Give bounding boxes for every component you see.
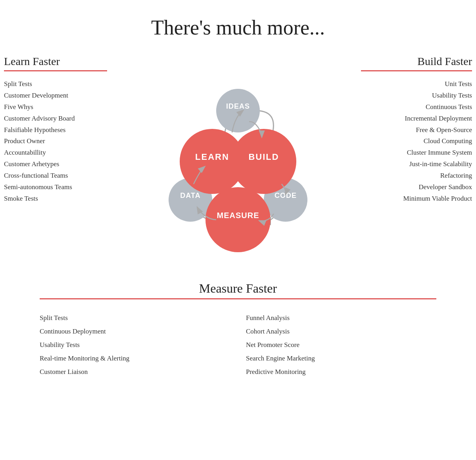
page-title: There's much more... — [0, 0, 476, 47]
list-item: Unit Tests — [361, 79, 472, 90]
list-item: Free & Open-Source — [361, 125, 472, 136]
list-item: Split Tests — [40, 311, 230, 325]
list-item: Funnel Analysis — [246, 311, 436, 325]
list-item: Customer Development — [4, 90, 107, 102]
list-item: Five Whys — [4, 102, 107, 113]
list-item: Cohort Analysis — [246, 325, 436, 338]
learn-faster-divider — [4, 70, 107, 71]
ideas-label: IDEAS — [226, 102, 250, 110]
list-item: Semi-autonomous Teams — [4, 182, 107, 193]
list-item: Cloud Computing — [361, 136, 472, 147]
list-item: Net Promoter Score — [246, 338, 436, 352]
measure-col2: Funnel AnalysisCohort AnalysisNet Promot… — [246, 311, 436, 379]
diagram-area: Learn Faster Split TestsCustomer Develop… — [0, 47, 476, 277]
list-item: Continuous Deployment — [40, 325, 230, 338]
list-item: Customer Arhetypes — [4, 159, 107, 170]
list-item: Usability Tests — [361, 90, 472, 102]
list-item: Just-in-time Scalability — [361, 159, 472, 170]
measure-faster-title: Measure Faster — [40, 281, 436, 296]
cycle-svg: IDEAS CODE DATA LEARN BUILD MEASURE — [139, 63, 337, 261]
build-faster-column: Build Faster Unit TestsUsability TestsCo… — [361, 47, 472, 205]
list-item: Developer Sandbox — [361, 182, 472, 193]
list-item: Incremental Deployment — [361, 113, 472, 125]
build-faster-title: Build Faster — [361, 55, 472, 68]
learn-faster-title: Learn Faster — [4, 55, 107, 68]
measure-faster-divider — [40, 298, 436, 299]
ideas-node — [216, 89, 260, 132]
learn-faster-column: Learn Faster Split TestsCustomer Develop… — [4, 47, 107, 205]
list-item: Predictive Monitoring — [246, 365, 436, 379]
learn-faster-items: Split TestsCustomer DevelopmentFive Whys… — [4, 79, 107, 205]
list-item: Cross-functional Teams — [4, 170, 107, 182]
measure-faster-columns: Split TestsContinuous DeploymentUsabilit… — [40, 311, 436, 379]
list-item: Customer Liaison — [40, 365, 230, 379]
list-item: Refactoring — [361, 170, 472, 182]
measure-faster-section: Measure Faster Split TestsContinuous Dep… — [0, 281, 476, 379]
list-item: Minimum Viable Product — [361, 193, 472, 205]
list-item: Continuous Tests — [361, 102, 472, 113]
list-item: Smoke Tests — [4, 193, 107, 205]
build-faster-items: Unit TestsUsability TestsContinuous Test… — [361, 79, 472, 205]
measure-col1: Split TestsContinuous DeploymentUsabilit… — [40, 311, 230, 379]
build-label: BUILD — [248, 152, 279, 162]
data-label: DATA — [180, 192, 200, 199]
list-item: Accountabillity — [4, 147, 107, 159]
cycle-diagram: IDEAS CODE DATA LEARN BUILD MEASURE — [139, 63, 337, 261]
list-item: Real-time Monitoring & Alerting — [40, 352, 230, 365]
list-item: Cluster Immune System — [361, 147, 472, 159]
list-item: Split Tests — [4, 79, 107, 90]
learn-label: LEARN — [195, 152, 229, 162]
build-faster-divider — [361, 70, 472, 71]
measure-label: MEASURE — [217, 211, 259, 220]
list-item: Customer Advisory Board — [4, 113, 107, 125]
list-item: Falsifiable Hypotheses — [4, 125, 107, 136]
list-item: Search Engine Marketing — [246, 352, 436, 365]
list-item: Usability Tests — [40, 338, 230, 352]
list-item: Product Owner — [4, 136, 107, 147]
